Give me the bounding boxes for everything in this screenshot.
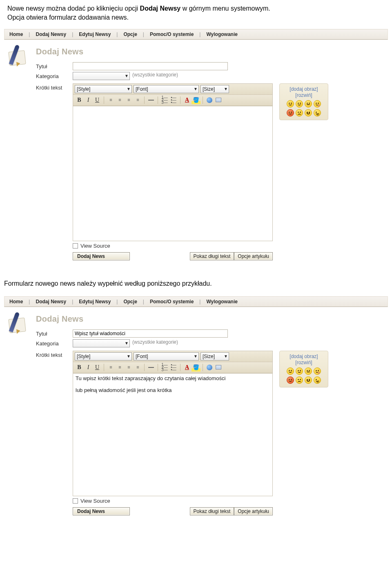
link-button[interactable] — [205, 363, 214, 372]
article-options-button[interactable]: Opcje artykułu — [234, 507, 273, 515]
category-select[interactable]: ▼ — [73, 339, 130, 347]
highlight-button[interactable]: 🪣 — [192, 363, 200, 372]
intro-text-3: Opcja otwiera formularz dodawania news. — [7, 14, 129, 21]
menu-dodaj-newsy[interactable]: Dodaj Newsy — [34, 31, 68, 37]
emoji-laugh-icon[interactable] — [287, 109, 294, 116]
size-select[interactable]: [Size]▼ — [200, 352, 229, 361]
page-icon-wrap — [7, 45, 36, 262]
align-left-button[interactable]: ≡ — [106, 363, 115, 372]
chevron-down-icon: ▼ — [125, 354, 131, 358]
hr-button[interactable] — [147, 363, 156, 372]
window-button[interactable] — [214, 96, 223, 104]
menu-edytuj-newsy[interactable]: Edytuj Newsy — [77, 299, 112, 305]
submit-button[interactable]: Dodaj News — [73, 507, 130, 515]
category-note: (wszystkie kategorie) — [130, 72, 178, 78]
chevron-down-icon: ▼ — [123, 341, 129, 345]
menu-home[interactable]: Home — [8, 31, 24, 37]
font-select[interactable]: [Font]▼ — [134, 85, 199, 93]
ordered-list-button[interactable]: 1—2—3— — [160, 96, 169, 104]
emoji-cry-icon[interactable] — [305, 376, 312, 384]
text-color-button[interactable]: A — [183, 96, 192, 104]
editor-body[interactable]: Tu wpisz krótki tekst zapraszający do cz… — [73, 373, 272, 496]
emoji-sad-icon[interactable] — [296, 376, 303, 384]
emoji-tongue-icon[interactable] — [314, 367, 321, 375]
emoji-smile-icon[interactable] — [287, 100, 294, 107]
menu-dodaj-newsy[interactable]: Dodaj Newsy — [34, 299, 68, 305]
emoji-wink-icon[interactable] — [296, 100, 303, 107]
pen-note-icon — [7, 313, 30, 336]
bold-button[interactable]: B — [75, 96, 84, 104]
label-title: Tytuł — [36, 329, 73, 337]
menu-pomoc[interactable]: Pomoc/O systemie — [148, 31, 195, 37]
menu-wylogowanie[interactable]: Wylogowanie — [205, 299, 239, 305]
style-select[interactable]: [Style]▼ — [75, 352, 132, 361]
unordered-list-button[interactable]: •—•—•— — [169, 363, 178, 372]
menu-wylogowanie[interactable]: Wylogowanie — [205, 31, 239, 37]
emoji-dizzy-icon[interactable] — [314, 376, 321, 384]
underline-button[interactable]: U — [93, 363, 102, 372]
label-category: Kategoria — [36, 339, 73, 347]
align-left-button[interactable]: ≡ — [106, 96, 115, 104]
title-input[interactable] — [73, 62, 228, 70]
underline-button[interactable]: U — [93, 96, 102, 104]
emoji-laugh-icon[interactable] — [287, 376, 294, 384]
editor-line-1: Tu wpisz krótki tekst zapraszający do cz… — [76, 375, 270, 381]
emoji-neutral-icon[interactable] — [305, 100, 312, 107]
align-right-button[interactable]: ≡ — [124, 363, 133, 372]
hr-button[interactable] — [147, 96, 156, 104]
highlight-button[interactable]: 🪣 — [192, 96, 200, 104]
window-button[interactable] — [214, 363, 223, 372]
style-select[interactable]: [Style]▼ — [75, 85, 132, 93]
font-select[interactable]: [Font]▼ — [134, 352, 199, 361]
emoji-dizzy-icon[interactable] — [314, 109, 321, 116]
chevron-down-icon: ▼ — [222, 87, 228, 91]
add-image-link[interactable]: [dodaj obraz] — [282, 354, 325, 360]
article-options-button[interactable]: Opcje artykułu — [234, 252, 273, 260]
globe-icon — [207, 97, 212, 103]
expand-link[interactable]: [rozwiń] — [282, 360, 325, 366]
editor-body[interactable] — [73, 106, 272, 241]
view-source-checkbox[interactable] — [73, 243, 78, 249]
category-select[interactable]: ▼ — [73, 72, 130, 80]
page-title: Dodaj News — [36, 45, 388, 62]
align-right-button[interactable]: ≡ — [124, 96, 133, 104]
show-long-text-button[interactable]: Pokaz długi tekst — [190, 252, 234, 260]
unordered-list-button[interactable]: •—•—•— — [169, 96, 178, 104]
submit-button[interactable]: Dodaj News — [73, 252, 130, 260]
view-source-label: View Source — [80, 243, 110, 249]
menu-pomoc[interactable]: Pomoc/O systemie — [148, 299, 195, 305]
label-short-text: Krótki tekst — [36, 351, 73, 358]
view-source-checkbox[interactable] — [73, 498, 78, 504]
align-center-button[interactable]: ≡ — [115, 363, 124, 372]
menu-edytuj-newsy[interactable]: Edytuj Newsy — [77, 31, 112, 37]
menu-home[interactable]: Home — [8, 299, 24, 305]
emoji-wink-icon[interactable] — [296, 367, 303, 375]
menu-opcje[interactable]: Opcje — [122, 299, 138, 305]
italic-button[interactable]: I — [84, 96, 93, 104]
size-select[interactable]: [Size]▼ — [200, 85, 229, 93]
emoji-tongue-icon[interactable] — [314, 100, 321, 107]
align-center-button[interactable]: ≡ — [115, 96, 124, 104]
title-input[interactable] — [73, 329, 228, 338]
align-justify-button[interactable]: ≡ — [133, 363, 142, 372]
align-justify-button[interactable]: ≡ — [133, 96, 142, 104]
emoji-sad-icon[interactable] — [296, 109, 303, 116]
chevron-down-icon: ▼ — [123, 74, 129, 78]
emoji-neutral-icon[interactable] — [305, 367, 312, 375]
emoji-smile-icon[interactable] — [287, 367, 294, 375]
add-image-link[interactable]: [dodaj obraz] — [282, 86, 325, 92]
menu-opcje[interactable]: Opcje — [122, 31, 138, 37]
bold-button[interactable]: B — [75, 363, 84, 372]
emoji-cry-icon[interactable] — [305, 109, 312, 116]
expand-link[interactable]: [rozwiń] — [282, 92, 325, 99]
link-button[interactable] — [205, 96, 214, 104]
screenshot-2: Home| Dodaj Newsy| Edytuj Newsy| Opcje| … — [4, 296, 388, 517]
italic-button[interactable]: I — [84, 363, 93, 372]
screenshot-1: Home| Dodaj Newsy| Edytuj Newsy| Opcje| … — [4, 29, 388, 266]
ordered-list-button[interactable]: 1—2—3— — [160, 363, 169, 372]
top-menu: Home| Dodaj Newsy| Edytuj Newsy| Opcje| … — [4, 296, 388, 307]
rich-text-editor: [Style]▼ [Font]▼ [Size]▼ B I U ≡ ≡ — [73, 351, 273, 496]
pen-note-icon — [7, 45, 30, 68]
text-color-button[interactable]: A — [183, 363, 192, 372]
show-long-text-button[interactable]: Pokaz długi tekst — [190, 507, 234, 515]
